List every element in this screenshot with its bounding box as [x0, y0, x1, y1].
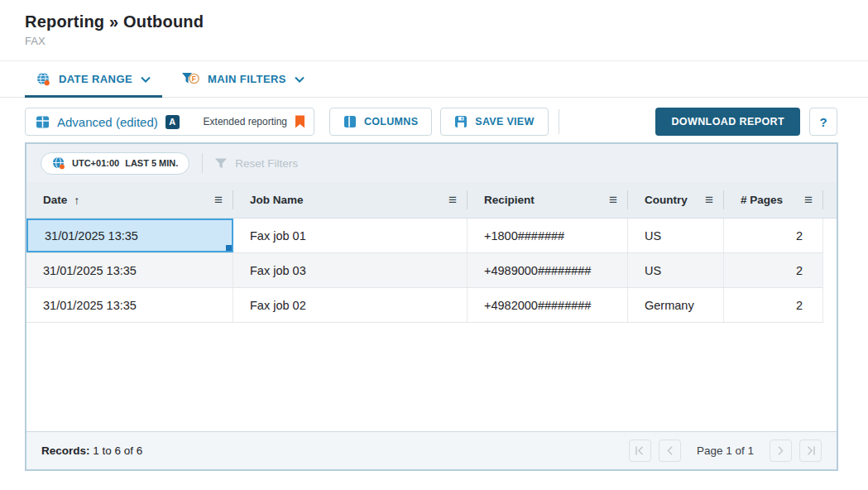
- bookmark-icon: [295, 115, 305, 128]
- cell-job-name[interactable]: Fax job 02: [233, 288, 468, 322]
- view-selector-note: Extended reporting: [204, 116, 287, 127]
- column-header-job-name[interactable]: Job Name ≡: [233, 182, 468, 218]
- toolbar: Advanced (edited) A Extended reporting C…: [25, 108, 837, 136]
- first-page-button[interactable]: [629, 440, 651, 462]
- pagination: Page 1 of 1: [629, 440, 822, 462]
- page-title: Reporting » Outbound: [25, 12, 204, 31]
- table-header-row: Date ↑ ≡ Job Name ≡ Recipient ≡ Country …: [26, 182, 837, 219]
- column-menu-icon[interactable]: ≡: [448, 192, 457, 209]
- globe-icon: [36, 72, 50, 86]
- table-view-icon: [36, 115, 50, 129]
- columns-button-label: COLUMNS: [364, 116, 418, 127]
- timezone-range-pill[interactable]: UTC+01:00 LAST 5 MIN.: [41, 152, 189, 175]
- table-footer: Records: 1 to 6 of 6 Page 1 of 1: [26, 431, 837, 469]
- column-label: Recipient: [484, 194, 535, 206]
- table-empty-area: [26, 323, 837, 431]
- reset-filters-label: Reset Filters: [235, 157, 298, 170]
- svg-text:F: F: [192, 74, 197, 83]
- column-label: Date: [43, 194, 67, 206]
- column-label: # Pages: [741, 194, 783, 206]
- column-label: Country: [645, 194, 688, 206]
- records-value: 1 to 6 of 6: [93, 444, 142, 457]
- tab-date-range[interactable]: DATE RANGE: [25, 61, 162, 97]
- report-panel: UTC+01:00 LAST 5 MIN. Reset Filters Date…: [25, 142, 838, 471]
- tab-bar: DATE RANGE F MAIN FILTERS: [0, 60, 868, 98]
- timezone-value: UTC+01:00: [72, 158, 119, 168]
- records-label: Records:: [41, 444, 90, 457]
- filter-bar-divider: [202, 153, 203, 173]
- columns-icon: [343, 115, 357, 128]
- tab-label: MAIN FILTERS: [208, 73, 286, 85]
- tab-main-filters[interactable]: F MAIN FILTERS: [170, 61, 316, 97]
- cell-pages[interactable]: 2: [724, 288, 823, 322]
- cell-pages[interactable]: 2: [724, 253, 823, 287]
- save-icon: [454, 115, 468, 128]
- table-body: 31/01/2025 13:35 Fax job 01 +1800#######…: [26, 219, 837, 431]
- filter-bar: UTC+01:00 LAST 5 MIN. Reset Filters: [26, 144, 837, 182]
- first-page-icon: [635, 446, 645, 455]
- column-label: Job Name: [250, 194, 304, 206]
- column-header-date[interactable]: Date ↑ ≡: [26, 182, 233, 218]
- cell-recipient[interactable]: +4982000########: [468, 288, 628, 322]
- column-header-recipient[interactable]: Recipient ≡: [468, 182, 628, 218]
- page-indicator: Page 1 of 1: [697, 444, 754, 457]
- cell-date[interactable]: 31/01/2025 13:35: [26, 253, 233, 287]
- column-header-country[interactable]: Country ≡: [628, 182, 724, 218]
- reset-filter-icon: [215, 158, 228, 169]
- save-view-button[interactable]: SAVE VIEW: [440, 108, 548, 136]
- column-menu-icon[interactable]: ≡: [609, 192, 617, 209]
- toolbar-divider: [559, 109, 559, 134]
- view-selector-label: Advanced (edited): [57, 115, 158, 129]
- previous-page-button[interactable]: [659, 440, 681, 462]
- chevron-right-icon: [777, 446, 784, 455]
- columns-button[interactable]: COLUMNS: [329, 108, 432, 136]
- cell-recipient[interactable]: +1800#######: [468, 219, 628, 252]
- table-row[interactable]: 31/01/2025 13:35 Fax job 03 +4989000####…: [26, 253, 823, 288]
- cell-country[interactable]: US: [628, 253, 724, 287]
- chevron-left-icon: [666, 446, 674, 455]
- page-header: Reporting » Outbound FAX: [25, 12, 204, 47]
- column-menu-icon[interactable]: ≡: [214, 192, 223, 209]
- column-menu-icon[interactable]: ≡: [804, 192, 813, 209]
- cell-date[interactable]: 31/01/2025 13:35: [26, 288, 233, 322]
- save-view-button-label: SAVE VIEW: [475, 116, 534, 127]
- last-page-icon: [806, 446, 816, 455]
- time-range-value: LAST 5 MIN.: [125, 158, 178, 168]
- cell-date-selected[interactable]: 31/01/2025 13:35: [26, 219, 233, 252]
- last-page-button[interactable]: [799, 440, 822, 462]
- records-summary: Records: 1 to 6 of 6: [41, 444, 142, 457]
- filter-icon: F: [182, 72, 199, 86]
- table-row[interactable]: 31/01/2025 13:35 Fax job 02 +4982000####…: [26, 288, 823, 323]
- globe-icon: [52, 156, 65, 170]
- chevron-down-icon: [295, 76, 305, 83]
- cell-country[interactable]: Germany: [628, 288, 724, 322]
- reset-filters-button[interactable]: Reset Filters: [215, 157, 298, 170]
- help-button[interactable]: ?: [809, 108, 837, 136]
- sort-ascending-icon[interactable]: ↑: [74, 194, 79, 207]
- page-subtitle: FAX: [25, 35, 204, 47]
- column-header-pages[interactable]: # Pages ≡: [724, 182, 823, 218]
- tab-label: DATE RANGE: [59, 73, 132, 85]
- cell-pages[interactable]: 2: [724, 219, 823, 252]
- chevron-down-icon: [141, 76, 151, 83]
- cell-recipient[interactable]: +4989000########: [468, 253, 628, 287]
- cell-job-name[interactable]: Fax job 01: [233, 219, 468, 252]
- download-report-button[interactable]: DOWNLOAD REPORT: [655, 108, 800, 136]
- table-row[interactable]: 31/01/2025 13:35 Fax job 01 +1800#######…: [26, 219, 823, 253]
- cell-job-name[interactable]: Fax job 03: [233, 253, 468, 287]
- cell-country[interactable]: US: [628, 219, 724, 252]
- view-selector[interactable]: Advanced (edited) A Extended reporting: [25, 108, 314, 136]
- next-page-button[interactable]: [770, 440, 792, 462]
- column-menu-icon[interactable]: ≡: [705, 192, 713, 209]
- advanced-badge: A: [165, 115, 180, 129]
